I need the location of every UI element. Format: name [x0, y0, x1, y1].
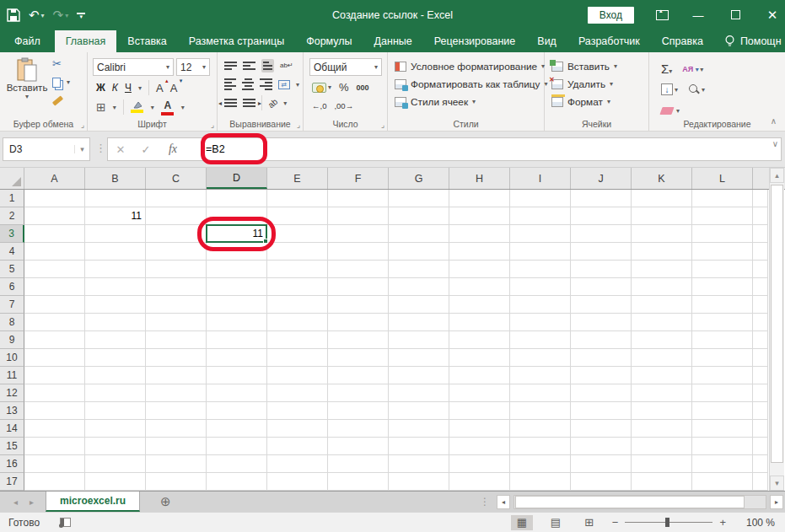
- row-header-11[interactable]: 11: [0, 367, 24, 384]
- cell-h1[interactable]: [449, 190, 510, 207]
- cell-j14[interactable]: [571, 420, 632, 438]
- cell-l15[interactable]: [692, 438, 753, 455]
- cell-j2[interactable]: [571, 207, 632, 225]
- cell-c7[interactable]: [146, 296, 207, 314]
- cell-j5[interactable]: [571, 261, 632, 278]
- cell-l17[interactable]: [692, 473, 753, 491]
- cell-c1[interactable]: [146, 190, 207, 207]
- cell-l2[interactable]: [692, 207, 753, 225]
- cell-i16[interactable]: [510, 455, 571, 473]
- align-bottom-button[interactable]: [261, 59, 274, 73]
- italic-button[interactable]: К: [112, 82, 118, 94]
- cell-b2[interactable]: 11: [85, 207, 146, 225]
- cell-k13[interactable]: [632, 402, 692, 420]
- cell-a15[interactable]: [24, 438, 85, 455]
- new-sheet-icon[interactable]: ⊕: [140, 492, 191, 512]
- cell-e9[interactable]: [267, 331, 328, 349]
- cell-j16[interactable]: [571, 455, 632, 473]
- cell-f7[interactable]: [328, 296, 389, 314]
- align-left-button[interactable]: [224, 77, 236, 92]
- font-dialog-launcher[interactable]: ⌟: [211, 121, 214, 129]
- redo-button[interactable]: ↷▾: [53, 8, 69, 23]
- bold-button[interactable]: Ж: [96, 82, 105, 94]
- font-size-select[interactable]: 12▾: [176, 58, 210, 76]
- formula-bar[interactable]: ✕ ✓ fx =B2: [107, 137, 782, 161]
- clipboard-dialog-launcher[interactable]: ⌟: [81, 121, 84, 129]
- cell-k11[interactable]: [632, 367, 692, 384]
- cell-g14[interactable]: [389, 420, 449, 438]
- cell-e1[interactable]: [267, 190, 328, 207]
- vertical-scrollbar[interactable]: ▴ ▾: [769, 168, 784, 491]
- align-right-button[interactable]: [260, 77, 272, 92]
- cell-b11[interactable]: [85, 367, 146, 384]
- cell-f8[interactable]: [328, 314, 389, 331]
- horizontal-scroll-thumb[interactable]: [515, 496, 745, 508]
- format-painter-button[interactable]: [52, 94, 63, 107]
- cell-h10[interactable]: [449, 349, 510, 367]
- cell-l3[interactable]: [692, 225, 753, 243]
- cell-g4[interactable]: [389, 243, 449, 261]
- sheet-tab-active[interactable]: microexcel.ru: [46, 492, 140, 512]
- helper-button[interactable]: Помощн: [714, 30, 785, 52]
- cell-d1[interactable]: [207, 190, 267, 207]
- cell-l12[interactable]: [692, 384, 753, 402]
- cell-b13[interactable]: [85, 402, 146, 420]
- cell-l5[interactable]: [692, 261, 753, 278]
- cell-f5[interactable]: [328, 261, 389, 278]
- cell-h11[interactable]: [449, 367, 510, 384]
- ribbon-tab[interactable]: Вид: [526, 30, 567, 52]
- cell-c17[interactable]: [146, 473, 207, 491]
- cell-c2[interactable]: [146, 207, 207, 225]
- cell-i7[interactable]: [510, 296, 571, 314]
- cancel-icon[interactable]: ✕: [108, 143, 133, 156]
- cell-i15[interactable]: [510, 438, 571, 455]
- cell-f9[interactable]: [328, 331, 389, 349]
- row-header-9[interactable]: 9: [0, 331, 24, 349]
- cell-e4[interactable]: [267, 243, 328, 261]
- cell-d13[interactable]: [207, 402, 267, 420]
- cell-d7[interactable]: [207, 296, 267, 314]
- copy-button[interactable]: ▾: [52, 76, 70, 89]
- cell-e14[interactable]: [267, 420, 328, 438]
- cell-j11[interactable]: [571, 367, 632, 384]
- cell-a2[interactable]: [24, 207, 85, 225]
- cell-k3[interactable]: [632, 225, 692, 243]
- cell-g1[interactable]: [389, 190, 449, 207]
- cell-b8[interactable]: [85, 314, 146, 331]
- cell-l8[interactable]: [692, 314, 753, 331]
- cell-a13[interactable]: [24, 402, 85, 420]
- cell-i6[interactable]: [510, 278, 571, 296]
- close-button[interactable]: ✕: [765, 8, 780, 23]
- cell-j10[interactable]: [571, 349, 632, 367]
- cell-g7[interactable]: [389, 296, 449, 314]
- column-header-i[interactable]: I: [510, 168, 571, 189]
- tab-file[interactable]: Файл: [0, 30, 55, 52]
- cell-h4[interactable]: [449, 243, 510, 261]
- cell-a10[interactable]: [24, 349, 85, 367]
- cell-d8[interactable]: [207, 314, 267, 331]
- cell-b15[interactable]: [85, 438, 146, 455]
- cell-d16[interactable]: [207, 455, 267, 473]
- cell-j8[interactable]: [571, 314, 632, 331]
- ribbon-tab[interactable]: Рецензирование: [423, 30, 527, 52]
- cell-k7[interactable]: [632, 296, 692, 314]
- cell-h12[interactable]: [449, 384, 510, 402]
- cell-d17[interactable]: [207, 473, 267, 491]
- cell-h14[interactable]: [449, 420, 510, 438]
- macro-record-icon[interactable]: [60, 518, 71, 527]
- maximize-button[interactable]: [728, 9, 743, 22]
- column-header-f[interactable]: F: [328, 168, 389, 189]
- cell-i3[interactable]: [510, 225, 571, 243]
- row-header-5[interactable]: 5: [0, 261, 24, 278]
- zoom-out-icon[interactable]: −: [612, 516, 619, 529]
- cell-f15[interactable]: [328, 438, 389, 455]
- align-center-button[interactable]: [242, 77, 254, 92]
- orientation-button[interactable]: ab: [266, 96, 280, 110]
- cell-e15[interactable]: [267, 438, 328, 455]
- save-icon[interactable]: [7, 8, 20, 22]
- cells-button[interactable]: Вставить▾: [548, 57, 645, 75]
- cell-i13[interactable]: [510, 402, 571, 420]
- cell-d6[interactable]: [207, 278, 267, 296]
- borders-button[interactable]: ⊞: [96, 100, 106, 114]
- cell-j12[interactable]: [571, 384, 632, 402]
